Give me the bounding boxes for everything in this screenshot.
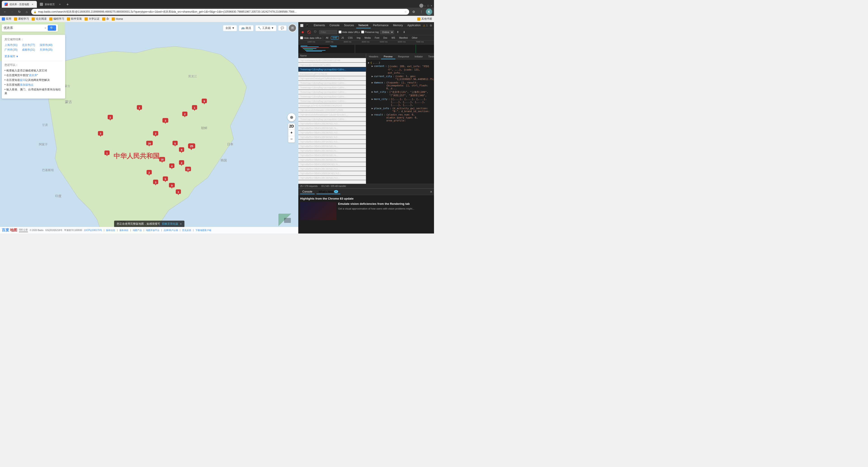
extensions-button[interactable]: ⚙ (410, 9, 417, 15)
filter-img[interactable]: Img (355, 36, 362, 39)
merchant-link[interactable]: 品牌/商户认领 (164, 229, 178, 232)
zoom-in-btn[interactable]: + (288, 130, 295, 136)
bookmark-apps[interactable]: 应用 (2, 17, 11, 21)
network-row-6[interactable]: ?newmap=1&reqflag=pcmap&biz=1&fro... (298, 81, 366, 85)
tab-network[interactable]: Network (356, 23, 371, 28)
platform-link[interactable]: 地图开放平台 (146, 229, 159, 232)
network-row-18[interactable]: ?qt=vtile¶m=9BA%3BF6KNEL%3... (298, 135, 366, 139)
city-link-beijing[interactable]: 北京市(77) (22, 43, 35, 47)
zoom-2d-btn[interactable]: 2D (288, 124, 295, 130)
panel-tab-response[interactable]: Response (395, 54, 412, 59)
user-avatar-btn[interactable]: 用 (288, 24, 297, 32)
preserve-log-checkbox-label[interactable]: Hide data URLs (339, 31, 360, 33)
network-row-12[interactable]: ?qt=deviceInfoNew&t=1591508712906 (298, 108, 366, 112)
other-bookmarks[interactable]: 其他书签 (417, 17, 432, 21)
suggestion-2[interactable]: • 在百度网页中查找"优衣库" (4, 73, 62, 78)
tab-elements[interactable]: Elements (311, 23, 327, 28)
maximize-btn[interactable]: □ (428, 4, 429, 7)
tab-memory[interactable]: Memory (391, 23, 405, 28)
filter-other[interactable]: Other (410, 36, 419, 39)
bookmark-programming[interactable]: 编程学习 (49, 17, 64, 21)
compass-icon[interactable]: ⊕ (287, 113, 296, 122)
network-row-16[interactable]: ?qt=vtile¶m=9BA%3BD0KNEL%... (298, 126, 366, 130)
menu-button[interactable]: ⋮ (418, 9, 425, 15)
preserve-log-checkbox[interactable] (339, 31, 341, 33)
reload-button[interactable]: ↻ (16, 9, 23, 15)
network-row-2[interactable]: ?qt=ssn&t=1591508712801 (298, 63, 366, 67)
icp-link[interactable]: 京ICP证030173号 (84, 229, 102, 232)
import-btn[interactable]: ⬆ (395, 30, 400, 35)
search-submit-btn[interactable]: 🔍 (48, 25, 56, 31)
bookmark-home[interactable]: Home (112, 18, 123, 21)
clear-btn[interactable]: 🚫 (306, 30, 311, 35)
bookmark-star-icon[interactable]: ☆ (404, 10, 407, 13)
preview-damoce-row[interactable]: ▶ damoce : {tuquads: [], result: {bizmap… (372, 81, 432, 90)
preview-root[interactable]: ▶ { ,...} (368, 61, 432, 64)
hide-data-urls-checkbox[interactable] (300, 36, 303, 39)
network-row-1[interactable]: ?qt=subwayscity&t=1591508712749 (298, 58, 366, 63)
bookmark-courses[interactable]: 课程学习 (14, 17, 29, 21)
tab-sources[interactable]: Sources (342, 23, 356, 28)
suggestion-4[interactable]: • 在百度地图添加该地点 (4, 82, 62, 87)
more-cities-btn[interactable]: 更多城市 ▼ (4, 55, 62, 58)
close-window-btn[interactable]: × (431, 4, 432, 7)
network-row-27[interactable]: ?qt=vtile¶m=9BA%3BC6KNEL%3... (298, 176, 366, 180)
name-header[interactable]: Name (298, 54, 366, 57)
network-row-14[interactable]: ?newmap=1&reqflag=pcmap&biz=1&fro... (298, 117, 366, 122)
network-row-24[interactable]: ?qt=vtile¶m=9BA%3BBD6KNEL%... (298, 162, 366, 167)
settings-btn[interactable]: ⚙ (428, 23, 433, 28)
network-row-9[interactable]: ?newmap=1&reqflag=pcmap&biz=1&fro... (298, 94, 366, 99)
traffic-btn[interactable]: 🚌 路况 (239, 25, 253, 31)
inactive-tab[interactable]: 新标签页 × (37, 1, 64, 8)
network-row-26[interactable]: ?qt=vtile¶m=9BA%3BBE6KNEL%3... (298, 171, 366, 176)
bookmark-university[interactable]: 大学认证 (85, 17, 99, 21)
disable-cache-checkbox-label[interactable]: Preserve log (361, 31, 379, 33)
devtools-inspect-btn[interactable]: ⬜ (299, 23, 304, 28)
disable-cache-checkbox[interactable] (361, 31, 364, 33)
privacy-link[interactable]: 版权信息 (106, 229, 115, 232)
preview-more-city-row[interactable]: ▶ more_city : [{,...}, {,...}, {,...}, {… (372, 98, 432, 106)
tab-close-btn[interactable]: × (31, 3, 34, 6)
message-btn[interactable]: 💬 (278, 25, 286, 31)
filter-doc[interactable]: Doc (382, 36, 389, 39)
network-row-23[interactable]: ?qt=vtile¶m=9BA%3BC6KNEL%... (298, 158, 366, 162)
city-link-chengdu[interactable]: 成都市(31) (22, 48, 35, 52)
filter-manifest[interactable]: Manifest (398, 36, 409, 39)
map-search-input[interactable] (4, 26, 43, 30)
banner-link[interactable]: 切换至简化版 (162, 222, 178, 226)
banner-close-btn[interactable]: × (180, 223, 182, 226)
tab-console[interactable]: Console (327, 23, 342, 28)
filter-input[interactable] (319, 30, 337, 34)
preview-content-row[interactable]: ▶ content : [{code: 289, ext_info: "约91个… (372, 65, 432, 74)
map-product-link[interactable]: 地图产品 (133, 229, 142, 232)
network-row-7[interactable]: ?newmap=1&reqflag=pcmap&biz=1&fro... (298, 85, 366, 90)
zoom-out-btn[interactable]: − (288, 136, 295, 142)
new-tab-button[interactable]: + (64, 1, 71, 8)
region-selector-btn[interactable]: 全国 ▼ (223, 25, 237, 31)
console-close-btn[interactable]: × (430, 190, 432, 194)
home-button[interactable]: ⌂ (24, 9, 30, 15)
filter-ws[interactable]: WS (390, 36, 397, 39)
network-row-17[interactable]: ?qt=vtile¶m=9BA%3BE6KNEL%3... (298, 130, 366, 135)
network-row-10[interactable]: ?newmap=1&reqflag=pcmap&biz=1&fro... (298, 99, 366, 103)
preview-thumbnail[interactable] (278, 213, 297, 227)
preview-current-city-row[interactable]: ▶ current_city : {code: 1, geo: "1|11599… (372, 75, 432, 81)
hide-data-urls-label[interactable]: Hide data URLs (300, 36, 321, 39)
network-row-13[interactable]: ?qt=deviceInfoNew&type=1&uid=&route1._. (298, 112, 366, 117)
bookmark-papers[interactable]: 论文阅读 (32, 17, 46, 21)
network-row-20[interactable]: ?qt=vtile¶m=9BA%3BD0KNEL%... (298, 144, 366, 148)
panel-tab-initiator[interactable]: Initiator (412, 54, 425, 59)
panel-tab-headers[interactable]: Headers (366, 54, 381, 59)
record-btn[interactable]: ⏺ (300, 30, 305, 35)
bookmark-software[interactable]: 软件安装 (67, 17, 82, 21)
ask-link[interactable]: 提问 (20, 78, 25, 81)
user-profile-btn[interactable]: K (426, 9, 432, 15)
preview-hot-city-row[interactable]: ▶ hot_city : ["北京市|131", "上海市|289", "广州市… (372, 91, 432, 97)
filter-font[interactable]: Font (373, 36, 381, 39)
city-link-shanghai[interactable]: 上海市(91) (4, 43, 18, 47)
preview-place-info-row[interactable]: ▶ place_info : {d_activity_gwj_section: … (372, 107, 432, 113)
city-link-guangzhou[interactable]: 广州市(35) (4, 48, 18, 52)
network-row-21[interactable]: ?qt=vtile¶m=9BA%3BC6KNEL%... (298, 148, 366, 153)
filter-media[interactable]: Media (363, 36, 372, 39)
add-location-link[interactable]: 添加该地点 (20, 83, 33, 86)
